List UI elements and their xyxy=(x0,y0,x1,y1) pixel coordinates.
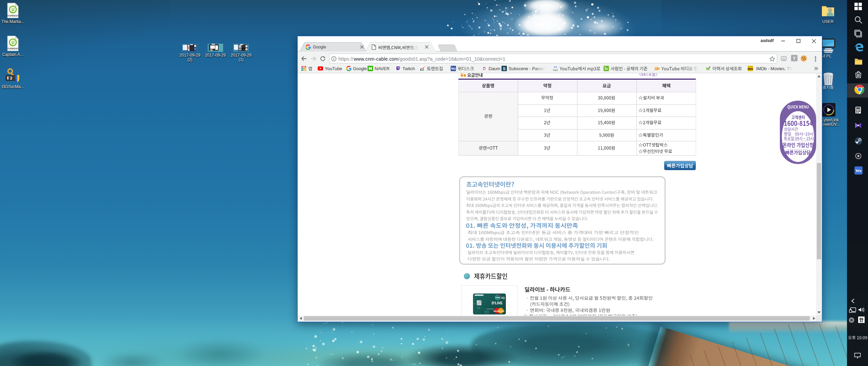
svg-text:3: 3 xyxy=(10,76,12,81)
svg-text:IMDb: IMDb xyxy=(748,68,753,70)
svg-text:‹: ‹ xyxy=(474,302,475,305)
svg-text:w: w xyxy=(706,66,710,71)
svg-text:mp3: mp3 xyxy=(553,69,558,71)
svg-text:S: S xyxy=(503,66,506,71)
svg-text:YT: YT xyxy=(554,66,557,69)
svg-text:HANA: HANA xyxy=(496,297,500,299)
svg-text:MasterCard: MasterCard xyxy=(493,310,505,312)
svg-text:We: We xyxy=(451,67,456,70)
svg-text:T: T xyxy=(793,56,796,61)
svg-text:We: We xyxy=(855,168,862,173)
svg-text:1Q: 1Q xyxy=(501,296,505,299)
svg-text:D’LIVE: D’LIVE xyxy=(492,301,502,305)
